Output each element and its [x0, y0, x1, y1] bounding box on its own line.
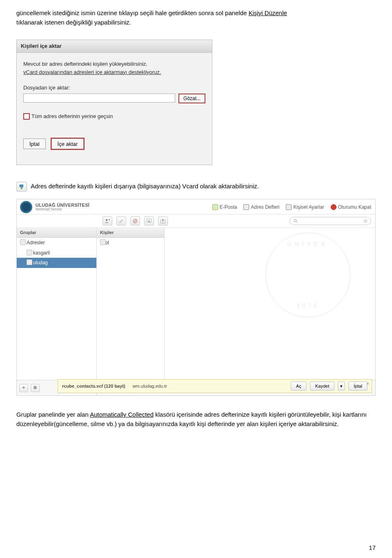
intro-link-text: Kişiyi Düzenle — [249, 9, 287, 16]
cancel-button[interactable]: İptal — [23, 138, 46, 149]
download-host: wm.uludag.edu.tr — [133, 383, 167, 390]
replace-checkbox[interactable] — [23, 113, 30, 120]
nav-settings[interactable]: Kişisel Ayarlar — [286, 203, 324, 211]
search-box[interactable]: ⊘ — [290, 217, 371, 225]
people-panel: Kişiler erol — [97, 228, 165, 395]
dialog-desc-2: vCard dosyalarından adresleri içe aktarm… — [23, 68, 205, 76]
search-input[interactable] — [300, 219, 362, 223]
trailing-a: Gruplar panelinde yer alan — [16, 411, 90, 418]
import-contacts-dialog: Kişileri içe aktar Mevcut bir adres deft… — [16, 40, 212, 165]
trailing-b: Automatically Collected — [90, 411, 154, 418]
file-input[interactable] — [23, 94, 175, 103]
download-cancel-button[interactable]: İptal — [348, 382, 368, 391]
download-open-button[interactable]: Aç — [291, 382, 307, 391]
clear-search-icon[interactable]: ⊘ — [363, 217, 368, 225]
download-filename: rcube_contacts.vcf (120 bayt) — [62, 383, 125, 390]
svg-line-2 — [134, 220, 137, 223]
export-icon — [16, 182, 27, 192]
university-seal-watermark: ÜNİVER 1975 — [265, 232, 351, 318]
file-label: Dosyadan içe aktar: — [23, 84, 205, 92]
mail-icon — [212, 204, 218, 210]
intro-paragraph: güncellemek istediğiniz ismin üzerine tı… — [16, 8, 376, 27]
download-close-icon[interactable]: × — [367, 380, 369, 387]
browse-button[interactable]: Gözat... — [178, 94, 205, 103]
webmail-window: ULUDAĞ ÜNİVERSİTESİ Webmail Servisi E-Po… — [16, 199, 376, 396]
download-save-button[interactable]: Kaydet — [310, 382, 334, 391]
webmail-toolbar: ⊘ — [17, 214, 375, 228]
export-paragraph: Adres defterinde kayıtlı kişileri dışarı… — [16, 181, 376, 192]
content-area: ÜNİVER 1975 — [165, 228, 375, 395]
export-text: Adres defterinde kayıtlı kişileri dışarı… — [31, 183, 259, 190]
groups-header: Gruplar — [17, 228, 96, 238]
brand-logo-icon — [20, 201, 32, 213]
svg-point-5 — [294, 219, 296, 222]
download-bar: rcube_contacts.vcf (120 bayt) wm.uludag.… — [58, 379, 372, 393]
webmail-header: ULUDAĞ ÜNİVERSİTESİ Webmail Servisi E-Po… — [17, 199, 375, 214]
add-contact-button[interactable] — [102, 217, 112, 225]
nav-email[interactable]: E-Posta — [212, 203, 237, 211]
group-settings-button[interactable]: ✲ — [31, 384, 40, 392]
add-group-button[interactable]: + — [19, 384, 28, 392]
dialog-title: Kişileri içe aktar — [17, 40, 212, 53]
search-icon — [293, 219, 298, 223]
download-save-more-button[interactable]: ▾ — [338, 382, 345, 391]
compose-button[interactable] — [116, 217, 126, 225]
group-item-addresses[interactable]: Adresler — [17, 238, 96, 248]
logout-icon — [331, 204, 336, 210]
group-item-uludag[interactable]: uludag — [17, 258, 96, 268]
nav-addressbook[interactable]: Adres Defteri — [243, 203, 279, 211]
person-item[interactable]: erol — [97, 238, 164, 248]
export-button-tb[interactable] — [158, 217, 168, 225]
import-button-tb[interactable] — [144, 217, 154, 225]
intro-text-a: güncellemek istediğiniz ismin üzerine tı… — [16, 9, 249, 16]
nav-logout[interactable]: Oturumu Kapat — [331, 203, 371, 211]
svg-line-6 — [296, 222, 298, 223]
groups-panel: Gruplar Adresler kasgarli uludag — [17, 228, 97, 395]
block-button[interactable] — [130, 217, 140, 225]
svg-point-0 — [106, 219, 108, 221]
import-button[interactable]: İçe aktar — [51, 138, 84, 149]
settings-icon — [286, 204, 292, 210]
trailing-paragraph: Gruplar panelinde yer alan Automatically… — [16, 410, 376, 429]
replace-label: Tüm adres defterinin yerine geçsin — [31, 112, 113, 121]
brand-subtitle: Webmail Servisi — [36, 208, 89, 212]
addressbook-icon — [243, 204, 249, 210]
group-item-kasgarli[interactable]: kasgarli — [17, 248, 96, 258]
watermark-top-text: ÜNİVER — [266, 240, 350, 249]
people-header: Kişiler — [97, 228, 164, 238]
intro-text-b: tıklanarak istenen değişikliği yapabilir… — [16, 19, 131, 26]
dialog-desc-1: Mevcut bir adres defterindeki kişileri y… — [23, 60, 205, 68]
watermark-bottom-text: 1975 — [266, 301, 350, 310]
